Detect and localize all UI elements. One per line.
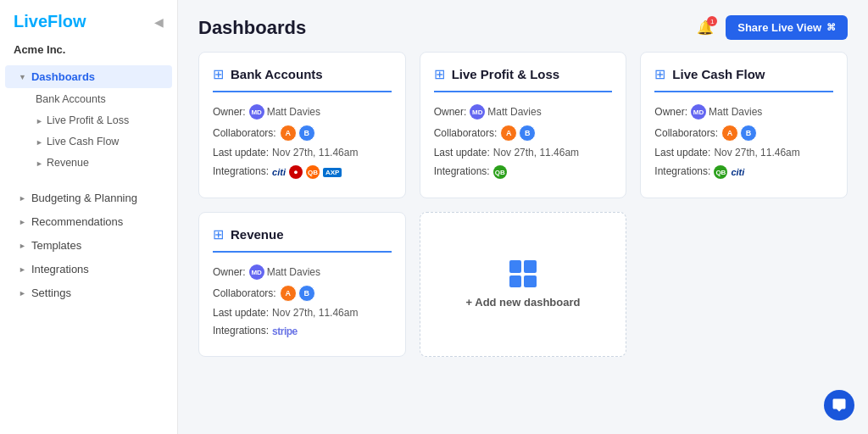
last-update-value: Nov 27th, 11.46am	[714, 147, 799, 159]
collaborators-row: Collaborators: A B	[434, 125, 613, 142]
sidebar-subitem-revenue[interactable]: ►Revenue	[5, 153, 172, 173]
last-update-label: Last update:	[213, 147, 269, 159]
arrow-icon: ►	[19, 289, 26, 298]
sidebar-subitem-live-profit-loss[interactable]: ►Live Profit & Loss	[5, 110, 172, 131]
avatar: A	[721, 125, 738, 142]
collaborators-row: Collaborators: A B	[654, 125, 833, 142]
add-dashboard-label: + Add new dashboard	[466, 296, 581, 309]
owner-row: Owner: MD Matt Davies	[213, 104, 392, 120]
collaborators-label: Collaborators:	[213, 287, 276, 299]
logo: LiveFlow	[14, 12, 86, 31]
chat-icon	[832, 398, 847, 413]
integrations-label: Integrations:	[213, 325, 269, 337]
sidebar-item-settings[interactable]: ► Settings	[5, 281, 172, 304]
avatar: A	[280, 285, 297, 302]
card-title: Live Profit & Loss	[452, 67, 560, 81]
owner-label: Owner:	[213, 266, 246, 278]
sidebar-item-integrations[interactable]: ► Integrations	[5, 258, 172, 281]
collaborators-row: Collaborators: A B	[213, 125, 392, 142]
avatar: A	[280, 125, 297, 142]
owner-name: Matt Davies	[267, 106, 320, 118]
dashboard-card-live-cash-flow[interactable]: ⊞ Live Cash Flow Owner: MD Matt Davies C…	[640, 52, 848, 198]
arrow-icon: ►	[19, 242, 26, 250]
sidebar-item-label: Dashboards	[31, 70, 95, 83]
collapse-button[interactable]: ◀	[154, 15, 164, 29]
avatar: B	[740, 125, 757, 142]
last-update-label: Last update:	[654, 147, 710, 159]
header-actions: 🔔 1 Share Live View ⌘	[693, 15, 848, 40]
owner-row: Owner: MD Matt Davies	[434, 104, 613, 120]
last-update-row: Last update: Nov 27th, 11.46am	[434, 147, 613, 159]
collaborators-label: Collaborators:	[434, 127, 498, 139]
arrow-icon: ►	[36, 138, 43, 147]
last-update-label: Last update:	[434, 147, 490, 159]
owner-avatar: MD	[691, 104, 706, 120]
arrow-icon: ►	[36, 159, 43, 168]
integrations-row: Integrations: QB	[434, 164, 613, 179]
arrow-icon: ▼	[19, 73, 26, 81]
sidebar-subitem-bank-accounts[interactable]: Bank Accounts	[5, 89, 172, 109]
integration-logos: QB citi	[714, 165, 744, 179]
card-header: ⊞ Live Cash Flow	[654, 66, 833, 92]
collaborators-avatars: A B	[280, 125, 315, 142]
citi-logo: citi	[731, 167, 744, 177]
integrations-label: Integrations:	[654, 165, 710, 177]
sidebar-item-recommendations[interactable]: ► Recommendations	[5, 210, 172, 233]
arrow-icon: ►	[19, 218, 26, 226]
notification-badge: 1	[707, 16, 717, 26]
avatar: B	[519, 125, 536, 142]
owner-avatar: MD	[249, 264, 264, 280]
collaborators-row: Collaborators: A B	[213, 285, 392, 302]
card-title: Live Cash Flow	[672, 67, 765, 81]
last-update-value: Nov 27th, 11.46am	[272, 307, 358, 319]
owner-label: Owner:	[213, 106, 246, 118]
notification-button[interactable]: 🔔 1	[693, 16, 717, 39]
qr-cell	[509, 275, 522, 288]
dashboard-card-live-profit-loss[interactable]: ⊞ Live Profit & Loss Owner: MD Matt Davi…	[420, 52, 627, 198]
last-update-row: Last update: Nov 27th, 11.46am	[213, 307, 392, 319]
chat-support-button[interactable]	[824, 390, 854, 420]
owner-avatar: MD	[249, 104, 264, 120]
qr-cell	[509, 260, 522, 273]
collaborators-label: Collaborators:	[654, 127, 718, 139]
sidebar-item-label: Budgeting & Planning	[31, 192, 137, 204]
quickbooks-logo: QB	[714, 165, 727, 179]
collaborators-label: Collaborators:	[213, 127, 276, 139]
integrations-label: Integrations:	[434, 165, 490, 177]
grid-icon: ⊞	[213, 66, 224, 82]
dashboard-grid: ⊞ Bank Accounts Owner: MD Matt Davies Co…	[178, 52, 868, 374]
grid-icon: ⊞	[434, 66, 445, 82]
avatar: A	[500, 125, 517, 142]
last-update-label: Last update:	[213, 307, 269, 319]
owner-row: Owner: MD Matt Davies	[213, 264, 392, 280]
dashboard-card-revenue[interactable]: ⊞ Revenue Owner: MD Matt Davies Collabor…	[198, 212, 406, 357]
add-dashboard-icon	[509, 260, 537, 287]
share-live-view-button[interactable]: Share Live View ⌘	[726, 15, 848, 40]
arrow-icon: ►	[19, 194, 26, 203]
owner-label: Owner:	[654, 106, 687, 118]
integration-logos: QB	[493, 165, 507, 179]
share-label: Share Live View	[737, 21, 821, 34]
last-update-row: Last update: Nov 27th, 11.46am	[213, 147, 392, 159]
collaborators-avatars: A B	[721, 125, 757, 142]
card-title: Revenue	[231, 227, 284, 242]
sidebar-subitem-live-cash-flow[interactable]: ►Live Cash Flow	[5, 131, 172, 152]
sidebar-item-dashboards[interactable]: ▼ Dashboards	[5, 65, 172, 88]
last-update-value: Nov 27th, 11.46am	[272, 147, 358, 159]
add-dashboard-card[interactable]: + Add new dashboard	[420, 212, 627, 357]
collaborators-avatars: A B	[280, 285, 315, 302]
owner-label: Owner:	[434, 106, 467, 118]
card-header: ⊞ Revenue	[213, 226, 392, 253]
share-icon: ⌘	[826, 22, 836, 33]
sidebar-item-budgeting[interactable]: ► Budgeting & Planning	[5, 186, 172, 209]
integrations-label: Integrations:	[213, 165, 269, 177]
company-name: Acme Inc.	[0, 40, 177, 64]
owner-name: Matt Davies	[267, 266, 320, 278]
qr-cell	[524, 260, 537, 273]
sidebar-item-templates[interactable]: ► Templates	[5, 234, 172, 257]
page-title: Dashboards	[198, 17, 306, 39]
card-header: ⊞ Bank Accounts	[213, 66, 392, 92]
dashboard-card-bank-accounts[interactable]: ⊞ Bank Accounts Owner: MD Matt Davies Co…	[198, 52, 406, 198]
arrow-icon: ►	[19, 265, 26, 274]
last-update-value: Nov 27th, 11.46am	[493, 147, 579, 159]
